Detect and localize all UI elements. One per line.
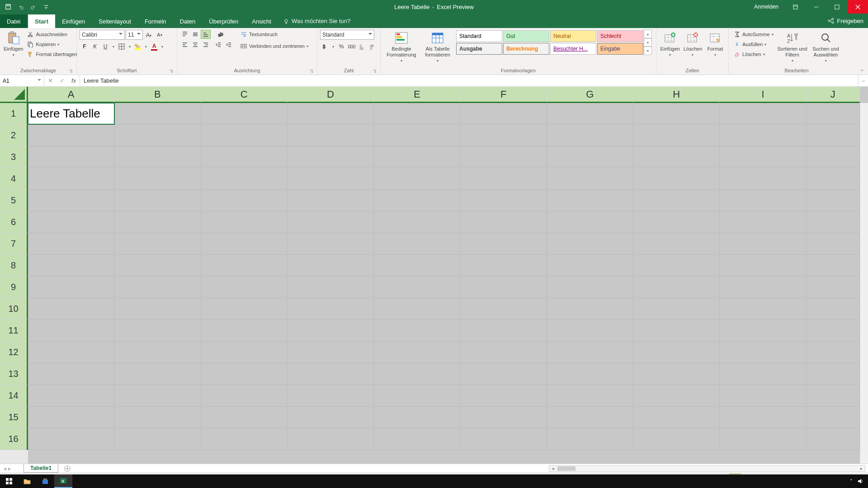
underline-more-icon[interactable]: ▾ <box>111 42 116 52</box>
style-eingabe[interactable]: Eingabe <box>597 43 643 55</box>
cell[interactable] <box>114 385 201 406</box>
cell[interactable] <box>374 168 460 189</box>
column-header[interactable]: B <box>114 87 201 103</box>
cell[interactable] <box>460 363 547 385</box>
undo-icon[interactable] <box>17 3 24 10</box>
column-header[interactable]: E <box>374 87 460 103</box>
cell[interactable] <box>720 407 806 428</box>
cell[interactable] <box>288 168 374 189</box>
cell[interactable] <box>720 168 806 189</box>
redo-icon[interactable] <box>30 3 37 10</box>
find-select-button[interactable]: Suchen und Auswählen▾ <box>810 30 842 64</box>
row-header[interactable]: 12 <box>0 342 28 363</box>
cell[interactable] <box>374 298 460 319</box>
cell[interactable] <box>547 385 633 406</box>
name-box[interactable]: A1 <box>0 75 44 86</box>
cell[interactable] <box>28 125 114 146</box>
cell[interactable] <box>374 211 460 233</box>
cell[interactable] <box>114 190 201 211</box>
column-header[interactable]: J <box>807 87 860 103</box>
insert-function-button[interactable]: fx <box>68 77 80 84</box>
align-middle-button[interactable] <box>190 30 200 39</box>
merge-center-button[interactable]: Verbinden und zentrieren▾ <box>238 42 310 51</box>
increase-font-button[interactable]: A▴ <box>144 30 154 40</box>
cell[interactable] <box>547 103 633 124</box>
fill-color-button[interactable] <box>133 42 143 52</box>
sign-in-link[interactable]: Anmelden <box>748 4 785 10</box>
cell[interactable] <box>807 125 860 146</box>
dialog-launcher-icon[interactable] <box>309 69 313 74</box>
accounting-more-icon[interactable]: ▾ <box>330 42 336 52</box>
cell[interactable] <box>288 407 374 428</box>
cell[interactable] <box>201 233 288 254</box>
cell[interactable] <box>114 342 201 363</box>
row-header[interactable]: 11 <box>0 320 28 342</box>
cell[interactable] <box>633 407 720 428</box>
cell[interactable] <box>288 385 374 406</box>
cell[interactable] <box>807 103 860 124</box>
cell[interactable] <box>720 211 806 233</box>
cell[interactable] <box>807 277 860 298</box>
delete-cells-button[interactable]: Löschen▾ <box>682 30 703 58</box>
select-all-corner[interactable] <box>0 87 28 103</box>
cell[interactable] <box>374 190 460 211</box>
cell[interactable] <box>374 428 460 450</box>
cell[interactable] <box>288 125 374 146</box>
enter-formula-button[interactable]: ✓ <box>56 77 68 84</box>
cell[interactable] <box>201 125 288 146</box>
cell[interactable] <box>807 407 860 428</box>
cell[interactable] <box>807 428 860 450</box>
row-header[interactable]: 10 <box>0 298 28 320</box>
cell[interactable] <box>460 103 547 124</box>
conditional-formatting-button[interactable]: Bedingte Formatierung▾ <box>383 30 420 64</box>
increase-indent-button[interactable] <box>224 40 234 49</box>
cell[interactable] <box>460 277 547 298</box>
underline-button[interactable]: U <box>100 42 110 52</box>
cell[interactable] <box>547 277 633 298</box>
cell[interactable] <box>720 363 806 385</box>
cell[interactable] <box>807 233 860 254</box>
formula-input[interactable]: Leere Tabelle <box>80 75 858 86</box>
cell[interactable] <box>374 320 460 341</box>
cell[interactable] <box>374 385 460 406</box>
cell[interactable] <box>114 233 201 254</box>
copy-button[interactable]: Kopieren▾ <box>25 40 79 49</box>
column-header[interactable]: H <box>633 87 720 103</box>
autosum-button[interactable]: AutoSumme▾ <box>731 30 775 39</box>
cell[interactable] <box>288 428 374 450</box>
vertical-scrollbar[interactable] <box>860 103 868 464</box>
align-center-button[interactable] <box>190 40 200 49</box>
orientation-button[interactable]: ab <box>213 30 227 39</box>
borders-more-icon[interactable]: ▾ <box>127 42 132 52</box>
cell[interactable] <box>633 168 720 189</box>
tab-pagelayout[interactable]: Seitenlayout <box>92 14 138 28</box>
cell[interactable] <box>28 385 114 406</box>
borders-button[interactable] <box>117 42 127 52</box>
cell[interactable] <box>547 168 633 189</box>
dialog-launcher-icon[interactable] <box>372 69 377 74</box>
row-header[interactable]: 2 <box>0 125 28 146</box>
cell[interactable] <box>201 190 288 211</box>
tray-chevron-icon[interactable]: ˄ <box>850 479 853 484</box>
column-header[interactable]: A <box>28 87 114 103</box>
cell[interactable] <box>460 407 547 428</box>
font-color-button[interactable]: A <box>149 42 159 52</box>
increase-decimal-button[interactable]: .0.00 <box>357 42 367 52</box>
cell[interactable] <box>460 146 547 168</box>
cell[interactable] <box>460 428 547 450</box>
bold-button[interactable]: F <box>80 42 90 52</box>
row-header[interactable]: 15 <box>0 407 28 428</box>
cell[interactable] <box>201 320 288 341</box>
clear-button[interactable]: Löschen▾ <box>731 50 775 59</box>
cell[interactable] <box>460 298 547 319</box>
collapse-ribbon-button[interactable] <box>858 67 866 74</box>
cell[interactable] <box>288 298 374 319</box>
cell[interactable] <box>460 190 547 211</box>
font-color-more-icon[interactable]: ▾ <box>160 42 165 52</box>
cell-styles-gallery[interactable]: Standard Gut Neutral Schlecht Ausgabe Be… <box>456 30 644 55</box>
system-tray[interactable]: ˄ <box>850 478 868 484</box>
fill-color-more-icon[interactable]: ▾ <box>143 42 149 52</box>
cell[interactable] <box>374 277 460 298</box>
cell[interactable] <box>633 146 720 168</box>
row-header[interactable]: 8 <box>0 255 28 277</box>
